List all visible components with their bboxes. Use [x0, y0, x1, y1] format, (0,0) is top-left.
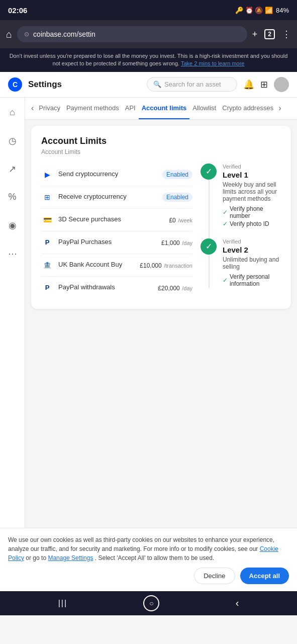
tab-allowlist[interactable]: Allowlist — [189, 98, 219, 120]
notification-icon[interactable]: 🔔 — [243, 79, 254, 90]
level-2-name: Level 2 — [223, 246, 281, 254]
paypal-purchases-info: PayPal Purchases — [58, 238, 156, 247]
tab-account-limits[interactable]: Account limits — [139, 98, 190, 120]
decline-button[interactable]: Decline — [194, 568, 235, 584]
sidebar: ⌂ ◷ ↗ % ◉ ⋯ — [0, 98, 25, 528]
layout: ⌂ ◷ ↗ % ◉ ⋯ ‹ Privacy Payment methods AP… — [0, 98, 297, 528]
3dsecure-value-wrap: £0 /week — [169, 215, 192, 224]
uk-bank-label: UK Bank Account Buy — [58, 261, 135, 269]
level-2-item: ✓ Verified Level 2 Unlimited buying and … — [201, 238, 281, 288]
bottom-nav-menu-icon[interactable]: ||| — [58, 599, 67, 608]
3dsecure-period: /week — [178, 217, 192, 223]
limits-list: ▶ Send cryptocurrency Enabled ⊞ Rec — [41, 164, 192, 299]
tab-privacy[interactable]: Privacy — [36, 98, 63, 120]
paypal-withdrawals-value-wrap: £20,000 /day — [158, 283, 192, 292]
uk-bank-icon: 🏦 — [41, 259, 53, 271]
status-bar: 02:06 🔑 ⏰ 🔕 📶 84% — [0, 0, 297, 20]
browser-home-icon[interactable]: ⌂ — [6, 29, 12, 40]
req-photo-label: Verify photo ID — [230, 220, 269, 227]
paypal-withdrawals-info: PayPal withdrawals — [58, 283, 153, 292]
browser-actions: + 2 ⋮ — [252, 29, 291, 40]
uk-bank-value-wrap: £10,000 /transaction — [140, 261, 192, 270]
req-personal-check-icon: ✓ — [223, 277, 228, 284]
sidebar-item-more[interactable]: ⋯ — [4, 245, 22, 263]
browser-bar: ⌂ ⊙ coinbase.com/settin + 2 ⋮ — [0, 20, 297, 48]
sidebar-item-activity[interactable]: ◷ — [4, 132, 22, 150]
coinbase-logo: C — [8, 77, 22, 92]
search-placeholder: Search for an asset — [164, 80, 221, 88]
paypal-withdrawals-label: PayPal withdrawals — [58, 283, 153, 292]
paypal-purchases-value: £1,000 — [161, 239, 180, 247]
uk-bank-value: £10,000 — [140, 262, 161, 269]
card-subtitle: Account Limits — [41, 148, 281, 155]
paypal-purchases-value-wrap: £1,000 /day — [161, 238, 192, 247]
cookie-actions: Decline Accept all — [8, 568, 289, 584]
req-phone-label: Verify phone number — [230, 205, 281, 219]
uk-bank-info: UK Bank Account Buy — [58, 261, 135, 269]
add-tab-icon[interactable]: + — [252, 29, 258, 40]
receive-crypto-icon: ⊞ — [41, 191, 53, 203]
app-title: Settings — [28, 79, 141, 90]
bottom-nav: ||| ○ ‹ — [0, 591, 297, 615]
tab-api[interactable]: API — [122, 98, 139, 120]
search-bar[interactable]: 🔍 Search for an asset — [147, 77, 237, 92]
tab-nav-left-arrow[interactable]: ‹ — [29, 104, 36, 113]
req-phone-check-icon: ✓ — [223, 209, 228, 216]
req-photo-check-icon: ✓ — [223, 220, 228, 227]
3dsecure-value: £0 — [169, 217, 175, 224]
send-crypto-label: Send cryptocurrency — [58, 170, 157, 179]
level-2-verified: Verified — [223, 238, 281, 245]
limit-item-paypal-withdrawals: P PayPal withdrawals £20,000 /day — [41, 277, 192, 299]
level-1-desc: Weekly buy and sell limits across all yo… — [223, 181, 281, 202]
uk-bank-period: /transaction — [164, 263, 192, 269]
verification-levels: ✓ Verified Level 1 Weekly buy and sell l… — [201, 164, 281, 299]
bottom-nav-back-icon[interactable]: ‹ — [236, 597, 239, 609]
accept-all-button[interactable]: Accept all — [240, 568, 289, 584]
tab-crypto-addresses[interactable]: Crypto addresses — [219, 98, 276, 120]
app-header: C Settings 🔍 Search for an asset 🔔 ⊞ — [0, 72, 297, 98]
limits-section: ▶ Send cryptocurrency Enabled ⊞ Rec — [41, 164, 281, 299]
sidebar-item-browser[interactable]: ◉ — [4, 216, 22, 234]
bottom-nav-home-icon[interactable]: ○ — [143, 595, 159, 611]
limit-item-receive-crypto: ⊞ Receive cryptocurrency Enabled — [41, 186, 192, 209]
send-crypto-info: Send cryptocurrency — [58, 170, 157, 179]
tab-payment-methods[interactable]: Payment methods — [63, 98, 122, 120]
app-container: C Settings 🔍 Search for an asset 🔔 ⊞ ⌂ ◷… — [0, 72, 297, 591]
avatar[interactable] — [274, 77, 289, 92]
cookie-suffix-text: . Select 'Accept All' to allow them to b… — [95, 554, 214, 561]
limit-item-send-crypto: ▶ Send cryptocurrency Enabled — [41, 164, 192, 186]
card-title: Account Limits — [41, 136, 281, 146]
paypal-withdrawals-value: £20,000 — [158, 285, 179, 292]
sidebar-item-home[interactable]: ⌂ — [4, 104, 22, 122]
sidebar-item-charts[interactable]: ↗ — [4, 160, 22, 178]
manage-settings-link[interactable]: Manage Settings — [48, 554, 93, 561]
level-1-verified: Verified — [223, 164, 281, 170]
level-1-req-phone: ✓ Verify phone number — [223, 205, 281, 219]
paypal-withdrawals-icon: P — [41, 282, 53, 294]
grid-icon[interactable]: ⊞ — [260, 79, 268, 90]
receive-crypto-value: Enabled — [162, 193, 192, 202]
url-security-icon: ⊙ — [24, 31, 29, 38]
warning-banner: Don't invest unless you're prepared to l… — [0, 48, 297, 72]
warning-link[interactable]: Take 2 mins to learn more — [181, 60, 245, 66]
status-right: 🔑 ⏰ 🔕 📶 84% — [235, 7, 289, 14]
cookie-banner: We use our own cookies as well as third-… — [0, 528, 297, 591]
content-area: Account Limits Account Limits ▶ Send cry… — [25, 120, 297, 315]
paypal-purchases-icon: P — [41, 236, 53, 249]
level-2-req-personal: ✓ Verify personal information — [223, 273, 281, 287]
send-crypto-value: Enabled — [162, 170, 192, 179]
paypal-purchases-label: PayPal Purchases — [58, 238, 156, 247]
status-battery: 84% — [276, 7, 289, 14]
cookie-text: We use our own cookies as well as third-… — [8, 536, 274, 552]
paypal-withdrawals-period: /day — [182, 285, 192, 291]
search-icon: 🔍 — [153, 80, 161, 88]
browser-menu-icon[interactable]: ⋮ — [282, 29, 291, 40]
sidebar-item-earn[interactable]: % — [4, 188, 22, 206]
tab-count[interactable]: 2 — [264, 29, 275, 39]
browser-url-bar[interactable]: ⊙ coinbase.com/settin — [17, 26, 247, 42]
tab-nav-right-arrow[interactable]: › — [276, 104, 283, 113]
status-time: 02:06 — [8, 6, 27, 15]
req-personal-label: Verify personal information — [230, 273, 281, 287]
level-1-check-icon: ✓ — [201, 164, 217, 180]
limit-item-3dsecure: 💳 3D Secure purchases £0 /week — [41, 209, 192, 231]
